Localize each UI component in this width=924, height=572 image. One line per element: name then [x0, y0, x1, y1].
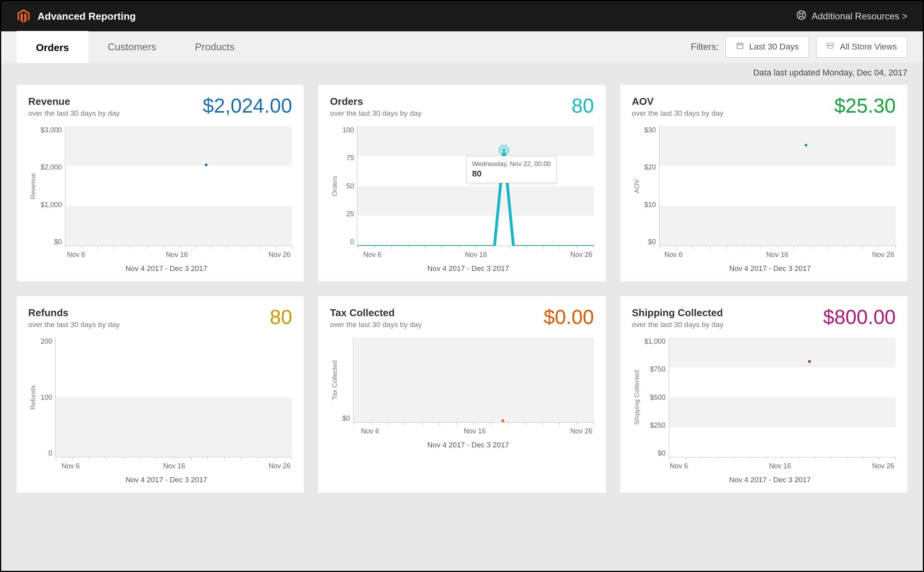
- shipping-caption: Nov 4 2017 - Dec 3 2017: [644, 476, 896, 484]
- shipping-value: $800.00: [823, 307, 896, 327]
- orders-plot[interactable]: Wednesday, Nov 22, 00:00 80: [357, 126, 594, 246]
- date-range-label: Last 30 Days: [749, 42, 799, 52]
- refunds-xlabels: Nov 6 Nov 16 Nov 26: [60, 462, 292, 470]
- tax-ylabel: Tax Collected: [331, 360, 339, 400]
- orders-sub: over the last 30 days by day: [330, 109, 422, 118]
- tax-plot[interactable]: [353, 337, 594, 423]
- orders-tooltip: Wednesday, Nov 22, 00:00 80: [466, 156, 557, 183]
- app-title: Advanced Reporting: [38, 10, 136, 22]
- card-tax: Tax Collected over the last 30 days by d…: [318, 296, 605, 493]
- orders-value: 80: [572, 96, 594, 116]
- aov-title: AOV: [632, 96, 724, 108]
- aov-yaxis: $30 $20 $10 $0: [644, 126, 659, 246]
- shipping-ylabel: Shipping Collected: [633, 370, 641, 425]
- shipping-sub: over the last 30 days by day: [632, 320, 724, 329]
- revenue-plot[interactable]: [65, 126, 292, 246]
- revenue-yaxis: $3,000 $2,000 $1,000 $0: [41, 126, 65, 246]
- store-filter[interactable]: All Store Views: [816, 36, 907, 58]
- main-tabs: Orders Customers Products: [17, 31, 254, 63]
- aov-value: $25.30: [834, 96, 896, 116]
- refunds-caption: Nov 4 2017 - Dec 3 2017: [41, 476, 292, 484]
- magento-logo-icon: [17, 9, 31, 23]
- calendar-icon: [736, 42, 744, 52]
- orders-tooltip-value: 80: [472, 169, 551, 179]
- subheader: Orders Customers Products Filters: Last …: [1, 31, 923, 62]
- revenue-xlabels: Nov 6 Nov 16 Nov 26: [65, 251, 292, 259]
- tab-products[interactable]: Products: [176, 32, 254, 62]
- revenue-ylabel: Revenue: [29, 173, 37, 199]
- tax-chart: Tax Collected $0: [330, 337, 594, 423]
- svg-rect-10: [828, 46, 833, 48]
- lifesaver-icon: [796, 10, 806, 22]
- shipping-xlabels: Nov 6 Nov 16 Nov 26: [668, 462, 896, 470]
- aov-chart: AOV $30 $20 $10 $0: [632, 126, 896, 246]
- tax-point: [501, 419, 504, 422]
- tax-sub: over the last 30 days by day: [330, 320, 422, 329]
- orders-chart: Orders 100 75 50 25 0 Wednesday, Nov 22,…: [330, 126, 594, 246]
- tax-caption: Nov 4 2017 - Dec 3 2017: [342, 441, 594, 449]
- aov-ylabel: AOV: [633, 179, 641, 193]
- card-shipping: Shipping Collected over the last 30 days…: [620, 296, 907, 493]
- orders-tooltip-title: Wednesday, Nov 22, 00:00: [472, 160, 551, 168]
- store-filter-label: All Store Views: [840, 42, 897, 52]
- shipping-chart: Shipping Collected $1,000 $750 $500 $250…: [632, 337, 896, 457]
- shipping-title: Shipping Collected: [632, 307, 724, 319]
- tab-orders[interactable]: Orders: [17, 31, 88, 63]
- orders-yaxis: 100 75 50 25 0: [342, 126, 357, 246]
- orders-xlabels: Nov 6 Nov 16 Nov 26: [362, 251, 594, 259]
- revenue-sub: over the last 30 days by day: [28, 109, 120, 118]
- refunds-yaxis: 200 100 0: [41, 337, 55, 457]
- orders-line: [357, 126, 594, 246]
- additional-resources-label: Additional Resources >: [812, 11, 907, 22]
- revenue-point: [205, 164, 207, 166]
- refunds-chart: Refunds 200 100 0: [28, 337, 292, 457]
- dashboard-grid: Revenue over the last 30 days by day $2,…: [1, 85, 923, 493]
- refunds-sub: over the last 30 days by day: [28, 320, 120, 329]
- filters-label: Filters:: [691, 41, 719, 52]
- tab-customers[interactable]: Customers: [88, 32, 176, 62]
- card-refunds: Refunds over the last 30 days by day 80 …: [17, 296, 304, 493]
- tax-xlabels: Nov 6 Nov 16 Nov 26: [359, 427, 594, 435]
- revenue-value: $2,024.00: [203, 96, 292, 116]
- shipping-point: [808, 360, 811, 363]
- app-header: Advanced Reporting Additional Resources …: [1, 1, 923, 31]
- last-updated: Data last updated Monday, Dec 04, 2017: [1, 62, 923, 85]
- aov-caption: Nov 4 2017 - Dec 3 2017: [644, 264, 896, 273]
- refunds-value: 80: [270, 307, 292, 327]
- refunds-plot[interactable]: [55, 337, 292, 457]
- shipping-plot[interactable]: [669, 337, 896, 457]
- refunds-title: Refunds: [28, 307, 120, 319]
- store-icon: [827, 42, 834, 52]
- aov-xlabels: Nov 6 Nov 16 Nov 26: [663, 251, 896, 259]
- card-aov: AOV over the last 30 days by day $25.30 …: [620, 85, 907, 281]
- orders-ylabel: Orders: [331, 176, 339, 196]
- orders-highlight-icon: [498, 144, 510, 156]
- aov-point: [804, 144, 807, 146]
- header-left: Advanced Reporting: [17, 9, 136, 23]
- tax-value: $0.00: [544, 307, 594, 327]
- card-revenue: Revenue over the last 30 days by day $2,…: [17, 85, 304, 281]
- tax-title: Tax Collected: [330, 307, 422, 319]
- svg-rect-6: [737, 43, 743, 48]
- tax-yaxis: $0: [342, 337, 353, 423]
- aov-sub: over the last 30 days by day: [632, 109, 724, 118]
- additional-resources-link[interactable]: Additional Resources >: [796, 10, 907, 22]
- revenue-title: Revenue: [28, 96, 120, 108]
- orders-title: Orders: [330, 96, 422, 108]
- aov-plot[interactable]: [659, 126, 896, 246]
- revenue-chart: Revenue $3,000 $2,000 $1,000 $0: [28, 126, 292, 246]
- svg-point-1: [799, 14, 803, 17]
- filters-area: Filters: Last 30 Days All Store Views: [691, 36, 907, 58]
- shipping-yaxis: $1,000 $750 $500 $250 $0: [644, 337, 669, 457]
- orders-caption: Nov 4 2017 - Dec 3 2017: [342, 264, 594, 273]
- card-orders: Orders over the last 30 days by day 80 O…: [318, 85, 605, 281]
- date-range-filter[interactable]: Last 30 Days: [726, 36, 809, 58]
- refunds-ylabel: Refunds: [29, 385, 37, 409]
- revenue-caption: Nov 4 2017 - Dec 3 2017: [41, 264, 292, 273]
